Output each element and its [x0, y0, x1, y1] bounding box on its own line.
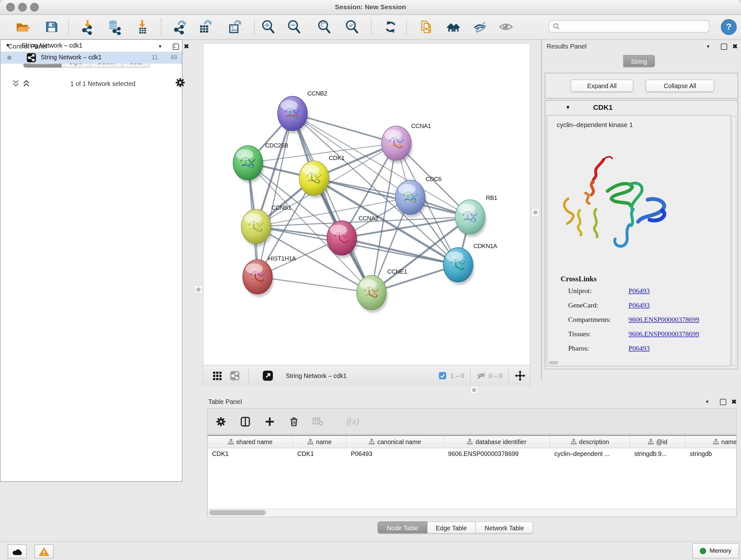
edge-CCNB2-HIST1H1A[interactable]	[258, 114, 293, 277]
export-table-button[interactable]	[197, 18, 214, 36]
column-header-description[interactable]: description	[550, 436, 630, 448]
show-columns-icon[interactable]	[239, 416, 251, 427]
horizontal-scrollbar-thumb[interactable]	[549, 361, 558, 365]
network-row-selected[interactable]: String Network – cdk1 11 48	[1, 52, 182, 64]
cell-database-identifier[interactable]: 9606.ENSP00000378699	[444, 448, 550, 460]
left-splitter-handle[interactable]	[194, 286, 203, 294]
delete-column-trash-icon[interactable]	[288, 416, 300, 427]
cell-description[interactable]: cyclin–dependent ...	[550, 448, 630, 460]
memory-button[interactable]: Memory	[692, 543, 739, 558]
right-splitter-handle[interactable]	[531, 208, 540, 217]
node-CCNA1[interactable]	[382, 126, 413, 164]
edge-CCNB2-CCNE1[interactable]	[293, 114, 372, 293]
panel-menu-icon[interactable]: ▼	[705, 399, 710, 404]
table-gear-icon[interactable]	[215, 416, 226, 427]
column-header-shared-name[interactable]: shared name	[208, 436, 293, 448]
panel-close-icon[interactable]: ✖	[731, 398, 737, 406]
table-horizontal-scrollbar[interactable]	[208, 509, 736, 517]
panel-float-icon[interactable]	[720, 399, 726, 406]
warning-icon	[38, 547, 50, 556]
edge-CCNE1-HIST1H1A[interactable]	[258, 277, 372, 293]
crosslink-link[interactable]: 9606.ENSP00000378699	[629, 330, 699, 338]
crosslink-link[interactable]: 9606.ENSP00000378699	[629, 316, 699, 324]
crosslink-link[interactable]: P06493	[629, 301, 650, 310]
home-networks-button[interactable]	[445, 18, 462, 36]
edge-CCNA2-CDKN1A[interactable]	[342, 238, 458, 265]
help-button[interactable]: ?	[721, 19, 737, 35]
collapse-all-networks-icon[interactable]	[12, 79, 20, 89]
search-input[interactable]	[562, 22, 705, 30]
node-RB1[interactable]	[455, 200, 487, 237]
export-image-button[interactable]	[226, 18, 243, 36]
hide-glass-button[interactable]	[472, 18, 489, 36]
tree-expand-icon[interactable]: ▼	[5, 43, 10, 48]
node-HIST1H1A[interactable]	[243, 260, 274, 297]
network-canvas[interactable]: CCNB2CCNA1CDC25BCDK1CDC6RB1CCNB1CCNA2CDK…	[204, 44, 530, 365]
column-header-namespace[interactable]: namespace	[685, 436, 737, 448]
node-CDK1[interactable]	[299, 161, 331, 198]
column-header-label: canonical name	[378, 438, 421, 446]
import-network-file-button[interactable]	[79, 18, 96, 36]
grid-view-icon[interactable]	[213, 372, 222, 382]
cloud-status-button[interactable]	[8, 545, 27, 559]
tab-node-table[interactable]: Node Table	[378, 522, 427, 534]
panel-menu-icon[interactable]: ▼	[706, 44, 711, 49]
refresh-button[interactable]	[382, 18, 399, 36]
panel-close-icon[interactable]: ✖	[184, 43, 189, 50]
collapse-all-button[interactable]: Collapse All	[646, 79, 715, 92]
node-CCNB2[interactable]	[278, 97, 309, 134]
cloud-icon	[11, 548, 23, 556]
zoom-fit-button[interactable]	[316, 18, 333, 36]
column-header-canonical-name[interactable]: canonical name	[347, 436, 444, 448]
column-header-label: @id	[656, 438, 667, 446]
show-glass-button[interactable]	[497, 18, 515, 36]
warnings-button[interactable]	[35, 545, 54, 559]
scrollbar-thumb[interactable]	[209, 510, 266, 516]
column-header-name[interactable]: name	[293, 436, 347, 448]
open-session-button[interactable]	[14, 18, 31, 36]
network-options-gear-icon[interactable]	[175, 78, 185, 90]
zoom-selected-button[interactable]	[343, 18, 360, 36]
crosslink-link[interactable]: P06493	[629, 345, 650, 353]
cell-namespace[interactable]: stringdb	[685, 448, 737, 460]
selected-checkbox-icon[interactable]	[439, 372, 447, 380]
panel-close-icon[interactable]: ✖	[732, 43, 738, 50]
panel-float-icon[interactable]	[721, 44, 727, 50]
node-CDKN1A[interactable]	[443, 248, 475, 285]
cell-shared-name[interactable]: CDK1	[208, 448, 293, 460]
open-in-window-icon[interactable]	[263, 371, 273, 381]
save-session-button[interactable]	[43, 18, 60, 36]
expand-all-button[interactable]: Expand All	[570, 79, 633, 92]
vertical-scrollbar[interactable]	[732, 116, 737, 366]
import-network-from-database-button[interactable]	[106, 18, 123, 36]
hidden-eye-slash-icon[interactable]	[476, 372, 486, 382]
tab-edge-table[interactable]: Edge Table	[427, 522, 476, 534]
node-CCNA2[interactable]	[327, 221, 358, 258]
cell--id[interactable]: stringdb:9...	[630, 448, 685, 460]
node-CCNB1[interactable]	[241, 209, 273, 247]
refresh-icon	[383, 19, 399, 35]
zoom-in-button[interactable]	[259, 18, 277, 36]
tab-string[interactable]: String	[623, 55, 655, 67]
network-collection-row[interactable]: ▼ String Network – cdk1 1	[1, 40, 182, 52]
cell-name[interactable]: CDK1	[293, 448, 347, 460]
tab-network-table[interactable]: Network Table	[476, 522, 533, 534]
export-network-button[interactable]	[172, 18, 189, 36]
string-import-button[interactable]	[417, 18, 434, 36]
expand-all-networks-icon[interactable]	[23, 79, 30, 89]
cell-canonical-name[interactable]: P06493	[347, 448, 444, 460]
bottom-splitter-handle[interactable]	[470, 386, 478, 394]
zoom-out-button[interactable]	[285, 18, 302, 36]
section-collapse-icon[interactable]: ▼	[565, 105, 570, 110]
import-table-button[interactable]	[134, 18, 151, 36]
column-header-database-identifier[interactable]: database identifier	[444, 436, 550, 448]
window-title: Session: New Session	[0, 3, 741, 10]
crosslink-link[interactable]: P06493	[629, 287, 650, 295]
table-data-row[interactable]: CDK1CDK1P064939606.ENSP00000378699cyclin…	[208, 448, 736, 460]
search-box[interactable]	[549, 20, 710, 33]
add-column-icon[interactable]	[264, 416, 275, 427]
node-CCNE1[interactable]	[357, 275, 388, 313]
network-share-view-icon[interactable]	[230, 371, 240, 381]
column-header--id[interactable]: @id	[630, 436, 685, 448]
pan-move-icon[interactable]	[515, 370, 526, 383]
